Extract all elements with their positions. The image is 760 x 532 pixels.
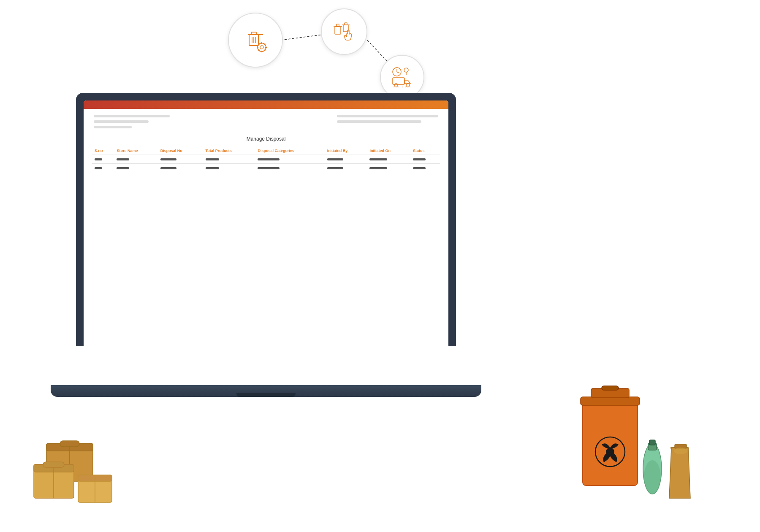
cell-status bbox=[410, 155, 440, 164]
svg-rect-52 bbox=[43, 462, 64, 467]
screen-header-bar bbox=[84, 100, 448, 109]
cell-initiated-by bbox=[325, 155, 367, 164]
cell-disposal bbox=[158, 164, 203, 173]
nav-line-5 bbox=[337, 120, 421, 123]
boxes-group bbox=[34, 414, 118, 507]
svg-rect-30 bbox=[393, 78, 404, 84]
disposal-table: S.no Store Name Disposal No Total Produc… bbox=[92, 147, 440, 172]
truck-time-icon bbox=[390, 65, 415, 90]
trash-hand-icon bbox=[331, 19, 357, 44]
right-items-svg bbox=[574, 376, 697, 515]
scene: Manage Disposal S.no Store Name Disposal… bbox=[0, 0, 760, 532]
laptop-screen: Manage Disposal S.no Store Name Disposal… bbox=[84, 100, 448, 346]
svg-point-65 bbox=[644, 460, 661, 494]
svg-point-32 bbox=[406, 84, 410, 87]
svg-point-31 bbox=[394, 84, 398, 87]
cell-categories bbox=[255, 164, 324, 173]
trash-gear-icon bbox=[241, 25, 270, 55]
circle-trash-gear bbox=[228, 13, 283, 68]
nav-line-3 bbox=[94, 126, 132, 128]
table-header-row: S.no Store Name Disposal No Total Produc… bbox=[92, 147, 440, 155]
col-store-name: Store Name bbox=[114, 147, 157, 155]
svg-rect-57 bbox=[581, 397, 640, 405]
right-items-group bbox=[574, 376, 692, 511]
svg-rect-56 bbox=[583, 401, 638, 486]
cell-total bbox=[203, 164, 255, 173]
circle-trash-hand bbox=[321, 8, 367, 55]
col-initiated-on: Initiated On bbox=[367, 147, 410, 155]
col-disposal-categories: Disposal Categories bbox=[255, 147, 324, 155]
screen-content: Manage Disposal S.no Store Name Disposal… bbox=[84, 100, 448, 346]
screen-main: Manage Disposal S.no Store Name Disposal… bbox=[84, 133, 448, 346]
col-sno: S.no bbox=[92, 147, 114, 155]
svg-line-27 bbox=[397, 72, 399, 73]
cell-store bbox=[114, 155, 157, 164]
svg-rect-64 bbox=[649, 440, 655, 445]
laptop-foot bbox=[236, 393, 296, 397]
manage-disposal-title: Manage Disposal bbox=[92, 136, 440, 142]
col-disposal-no: Disposal No bbox=[158, 147, 203, 155]
col-initiated-by: Initiated By bbox=[325, 147, 367, 155]
cell-categories bbox=[255, 155, 324, 164]
col-status: Status bbox=[410, 147, 440, 155]
cell-initiated-on bbox=[367, 164, 410, 173]
screen-nav-area bbox=[84, 109, 448, 133]
table-row bbox=[92, 164, 440, 173]
laptop-base bbox=[51, 385, 481, 397]
svg-point-10 bbox=[260, 46, 263, 49]
svg-rect-48 bbox=[60, 441, 79, 447]
laptop-screen-outer: Manage Disposal S.no Store Name Disposal… bbox=[76, 93, 456, 346]
svg-rect-21 bbox=[337, 24, 339, 27]
cell-total bbox=[203, 155, 255, 164]
nav-line-2 bbox=[94, 120, 149, 123]
cell-sno bbox=[92, 164, 114, 173]
svg-rect-24 bbox=[345, 23, 347, 25]
cell-initiated-on bbox=[367, 155, 410, 164]
nav-line-1 bbox=[94, 115, 170, 117]
cell-initiated-by bbox=[325, 164, 367, 173]
cell-store bbox=[114, 164, 157, 173]
svg-rect-5 bbox=[251, 32, 256, 35]
svg-point-28 bbox=[404, 68, 408, 72]
svg-point-67 bbox=[674, 448, 687, 454]
col-total-products: Total Products bbox=[203, 147, 255, 155]
laptop: Manage Disposal S.no Store Name Disposal… bbox=[76, 93, 456, 397]
cell-sno bbox=[92, 155, 114, 164]
nav-line-4 bbox=[337, 115, 438, 117]
boxes-svg bbox=[34, 414, 127, 511]
cell-status bbox=[410, 164, 440, 173]
svg-rect-61 bbox=[602, 386, 619, 390]
cell-disposal bbox=[158, 155, 203, 164]
table-row bbox=[92, 155, 440, 164]
svg-rect-19 bbox=[335, 27, 341, 34]
